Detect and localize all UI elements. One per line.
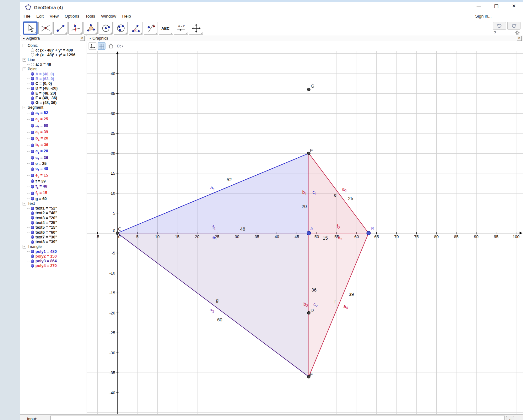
algebra-item[interactable]: b2 = 36: [23, 142, 86, 148]
algebra-item[interactable]: F = (48, -36): [23, 95, 86, 100]
visibility-marble-icon[interactable]: [31, 87, 34, 90]
collapse-icon[interactable]: −: [23, 44, 26, 47]
menu-window[interactable]: Window: [101, 14, 116, 19]
algebra-item[interactable]: d: (x - 48)² + y² = 1296: [23, 52, 86, 57]
graph-label[interactable]: 39: [349, 292, 354, 297]
algebra-item[interactable]: text4 = "25": [23, 220, 86, 225]
algebra-item[interactable]: e2 = 15: [23, 172, 86, 179]
algebra-item[interactable]: c: (x - 48)² + y² = 400: [23, 48, 86, 52]
point-B[interactable]: [367, 231, 370, 235]
algebra-section-segment[interactable]: −Segment: [23, 105, 86, 110]
point-label-B[interactable]: B: [371, 226, 374, 231]
algebra-close-icon[interactable]: ✕: [80, 36, 85, 41]
input-help-toggle-icon[interactable]: ◃: [506, 416, 514, 420]
collapse-icon[interactable]: −: [23, 202, 26, 205]
tool-dropdown-icon[interactable]: [155, 32, 157, 34]
menu-file[interactable]: File: [24, 14, 30, 19]
visibility-marble-icon[interactable]: [31, 101, 34, 105]
point-label-E[interactable]: E: [310, 148, 313, 153]
reset-view-button[interactable]: [107, 42, 115, 50]
tool-dropdown-icon[interactable]: [170, 32, 172, 34]
visibility-marble-icon[interactable]: [31, 150, 34, 153]
menu-tools[interactable]: Tools: [85, 14, 95, 19]
algebra-item[interactable]: text2 = "48": [23, 211, 86, 215]
graph-label[interactable]: a3: [210, 307, 214, 313]
collapse-icon[interactable]: −: [23, 68, 26, 71]
algebra-item[interactable]: text6 = "60": [23, 230, 86, 235]
graph-label[interactable]: a2: [342, 186, 347, 193]
menu-view[interactable]: View: [50, 14, 59, 19]
algebra-item[interactable]: f2 = 15: [23, 190, 86, 196]
graph-label[interactable]: 25: [348, 196, 353, 201]
visibility-marble-icon[interactable]: [31, 231, 34, 234]
visibility-marble-icon[interactable]: [31, 197, 34, 200]
algebra-section-conic[interactable]: −Conic: [23, 43, 86, 48]
grid-toggle-button[interactable]: [98, 42, 105, 50]
algebra-item[interactable]: poly3 = 864: [23, 259, 86, 264]
input-field[interactable]: [50, 416, 505, 420]
algebra-item[interactable]: b1 = 20: [23, 136, 86, 142]
visibility-marble-icon[interactable]: [31, 53, 34, 57]
tool-dropdown-icon[interactable]: [34, 31, 36, 33]
point-label-C[interactable]: C: [118, 226, 121, 232]
graph-label[interactable]: 20: [302, 204, 307, 209]
algebra-item[interactable]: poly2 = 150: [23, 254, 86, 259]
visibility-marble-icon[interactable]: [31, 192, 34, 195]
algebra-item[interactable]: text3 = "20": [23, 215, 86, 220]
graph-label[interactable]: 48: [240, 226, 245, 232]
text-tool[interactable]: ABC: [159, 22, 173, 35]
algebra-section-text[interactable]: −Text: [23, 201, 86, 206]
graphics-caret-icon[interactable]: ▾: [89, 37, 91, 40]
point-C[interactable]: [116, 232, 119, 234]
algebra-item[interactable]: C = (0, 0): [23, 81, 86, 86]
algebra-item[interactable]: text7 = "36": [23, 235, 86, 239]
visibility-marble-icon[interactable]: [31, 226, 34, 229]
algebra-item[interactable]: f1 = 48: [23, 183, 86, 190]
gear-icon[interactable]: [515, 30, 520, 35]
algebra-item[interactable]: a2 = 25: [23, 116, 86, 123]
algebra-item[interactable]: a1 = 52: [23, 110, 86, 116]
algebra-item[interactable]: e = 25: [23, 161, 86, 166]
transform-tool[interactable]: [144, 22, 158, 35]
perpendicular-line-tool[interactable]: [68, 22, 83, 35]
visibility-marble-icon[interactable]: [31, 72, 34, 76]
graph-label[interactable]: 52: [227, 177, 232, 182]
visibility-marble-icon[interactable]: [31, 137, 34, 140]
algebra-item[interactable]: e1 = 48: [23, 166, 86, 172]
menu-options[interactable]: Options: [65, 14, 79, 19]
visibility-marble-icon[interactable]: [31, 264, 34, 268]
point-label-F[interactable]: F: [310, 372, 313, 377]
collapse-icon[interactable]: −: [23, 245, 26, 248]
visibility-marble-icon[interactable]: [31, 167, 34, 171]
tool-dropdown-icon[interactable]: [140, 32, 142, 34]
visibility-marble-icon[interactable]: [31, 131, 34, 134]
algebra-item[interactable]: a3 = 60: [23, 123, 86, 129]
point-label-A[interactable]: A: [310, 226, 313, 231]
visibility-marble-icon[interactable]: [31, 96, 34, 100]
close-button[interactable]: ✕: [510, 3, 517, 11]
visibility-marble-icon[interactable]: [31, 124, 34, 128]
visibility-marble-icon[interactable]: [31, 235, 34, 239]
tool-dropdown-icon[interactable]: [186, 32, 187, 34]
algebra-item[interactable]: A = (48, 0): [23, 72, 86, 76]
algebra-section-line[interactable]: −Line: [23, 57, 86, 62]
minimize-button[interactable]: —: [475, 3, 482, 11]
point-D[interactable]: [307, 311, 310, 314]
polygon-tool[interactable]: [84, 22, 98, 35]
visibility-marble-icon[interactable]: [31, 162, 34, 165]
slider-tool[interactable]: a = 2: [174, 22, 188, 35]
angle-tool[interactable]: α: [129, 22, 143, 35]
visibility-marble-icon[interactable]: [31, 174, 34, 177]
graph-label[interactable]: a4: [343, 303, 348, 310]
menu-help[interactable]: Help: [122, 14, 131, 19]
visibility-marble-icon[interactable]: [31, 48, 34, 52]
algebra-item[interactable]: text5 = "15": [23, 225, 86, 230]
algebra-item[interactable]: c2 = 36: [23, 155, 86, 161]
algebra-item[interactable]: G = (48, 36): [23, 101, 86, 105]
visibility-marble-icon[interactable]: [31, 156, 34, 160]
algebra-item[interactable]: poly1 = 480: [23, 249, 86, 254]
menu-edit[interactable]: Edit: [36, 14, 44, 19]
algebra-section-point[interactable]: −Point: [23, 67, 86, 72]
maximize-button[interactable]: □: [493, 3, 500, 11]
algebra-item[interactable]: E = (48, 20): [23, 91, 86, 95]
